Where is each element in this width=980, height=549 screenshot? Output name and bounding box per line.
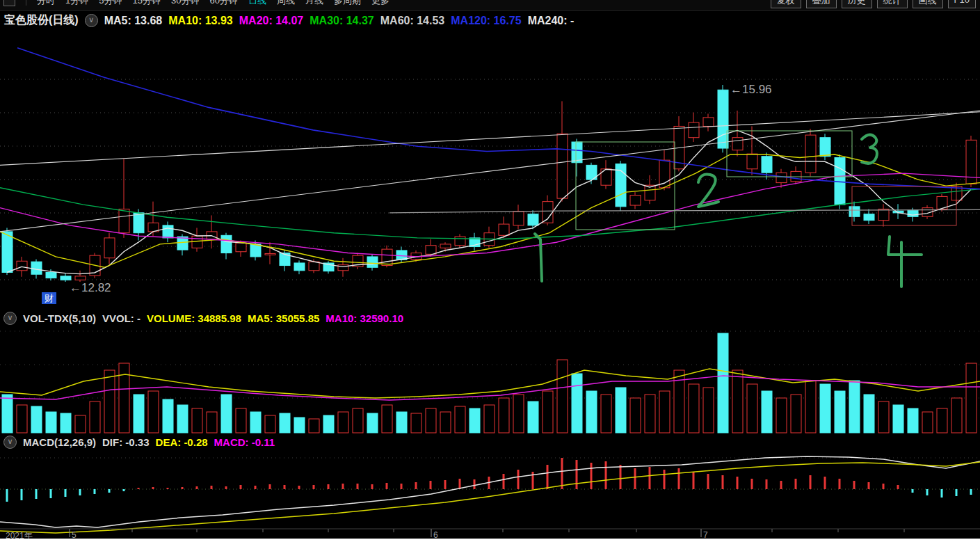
volume-panel-header: ∨ VOL-TDX(5,10) VVOL: - VOLUME: 34885.98… (0, 312, 403, 325)
trendline-upper (0, 112, 980, 166)
tab-more[interactable]: 更多 (371, 0, 389, 7)
chevron-down-icon[interactable]: ∨ (3, 312, 17, 325)
tab-fenshi[interactable]: 分时 (37, 0, 55, 7)
period-toolbar: 分时 1分钟 5分钟 15分钟 30分钟 60分钟 日线 周线 月线 多周期 更… (0, 0, 980, 11)
low-price-label: ←12.82 (70, 281, 111, 295)
app-window: 分时 1分钟 5分钟 15分钟 30分钟 60分钟 日线 周线 月线 多周期 更… (0, 0, 980, 549)
drawn-digit-4 (888, 237, 922, 287)
tab-5min[interactable]: 5分钟 (99, 0, 122, 7)
chevron-down-icon[interactable]: ∨ (85, 14, 98, 27)
ma20-value: MA20: 14.07 (239, 15, 304, 27)
macd-indicator-name: MACD(12,26,9) (23, 436, 96, 448)
dea-line (0, 462, 980, 533)
tab-monthly[interactable]: 月线 (305, 0, 323, 7)
vvol-value: VVOL: - (102, 312, 140, 324)
high-price-label: ←15.96 (730, 83, 772, 97)
ma120-value: MA120: 16.75 (451, 15, 521, 27)
vol-ma5-line (0, 369, 980, 398)
adjust-price-button[interactable]: 复权 (771, 0, 801, 8)
tab-daily[interactable]: 日线 (248, 0, 266, 7)
symbol-title: 宝色股份(日线) (4, 13, 79, 28)
main-chart-header: 宝色股份(日线) ∨ MA5: 13.68 MA10: 13.93 MA20: … (0, 13, 574, 28)
statistics-button[interactable]: 统计 (877, 0, 908, 8)
vol-ma5-value: MA5: 35055.85 (248, 312, 319, 324)
toolbar-right-buttons: 复权 叠加 历史 统计 画线 F10 (771, 0, 976, 8)
ma240-line (389, 209, 980, 213)
macd-value: MACD: -0.11 (214, 436, 275, 448)
toolbar-divider (26, 0, 26, 6)
capture-edge-strip (0, 539, 980, 549)
volume-bars (2, 333, 977, 433)
macd-histogram (7, 458, 971, 502)
dif-line (0, 456, 980, 527)
chevron-down-icon[interactable]: ∨ (3, 436, 17, 449)
tab-15min[interactable]: 15分钟 (132, 0, 160, 7)
drawn-digit-3 (862, 135, 877, 164)
ma10-value: MA10: 13.93 (168, 15, 233, 27)
overlay-button[interactable]: 叠加 (806, 0, 837, 8)
tab-30min[interactable]: 30分钟 (171, 0, 199, 7)
financial-report-badge[interactable]: 财 (42, 292, 56, 304)
vol-indicator-name: VOL-TDX(5,10) (23, 312, 96, 324)
tab-60min[interactable]: 60分钟 (209, 0, 237, 7)
ma5-value: MA5: 13.68 (104, 15, 163, 27)
date-axis (0, 529, 980, 537)
f10-button[interactable]: F10 (948, 0, 976, 8)
ma30-value: MA30: 14.37 (310, 15, 374, 27)
chart-canvas[interactable] (0, 0, 980, 549)
macd-panel-header: ∨ MACD(12,26,9) DIF: -0.33 DEA: -0.28 MA… (0, 436, 275, 449)
ma240-value: MA240: - (528, 15, 575, 27)
drawn-digit-1 (535, 234, 542, 281)
volume-value: VOLUME: 34885.98 (147, 312, 241, 324)
tab-weekly[interactable]: 周线 (277, 0, 295, 7)
history-button[interactable]: 历史 (842, 0, 872, 8)
tab-multi-period[interactable]: 多周期 (334, 0, 361, 7)
dea-value: DEA: -0.28 (156, 436, 208, 448)
dif-value: DIF: -0.33 (102, 436, 150, 448)
window-menu-icon[interactable] (3, 0, 15, 6)
ma60-value: MA60: 14.53 (380, 15, 445, 27)
tab-1min[interactable]: 1分钟 (65, 0, 88, 7)
vol-ma10-value: MA10: 32590.10 (326, 312, 403, 324)
drawn-box-2 (727, 131, 852, 177)
draw-line-button[interactable]: 画线 (913, 0, 943, 8)
trendline-lower (0, 111, 980, 232)
